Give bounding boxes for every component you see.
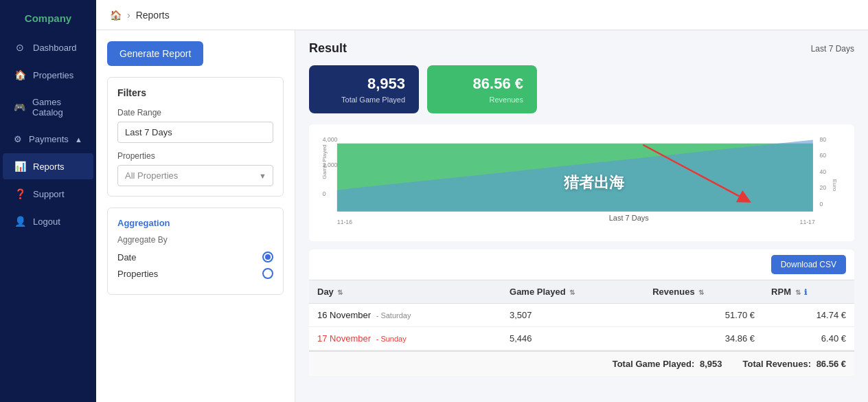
logout-icon: 👤: [14, 216, 26, 227]
breadcrumb-home-icon[interactable]: 🏠: [110, 10, 122, 21]
breadcrumb-separator: ›: [127, 10, 130, 21]
dashboard-icon: ⊙: [14, 42, 26, 53]
svg-text:11-16: 11-16: [337, 219, 352, 225]
total-game-played-value: 8,953: [367, 75, 405, 93]
sidebar-item-logout[interactable]: 👤 Logout: [3, 208, 93, 234]
sort-revenues-icon[interactable]: ⇅: [698, 289, 704, 296]
table-toolbar: Download CSV: [309, 249, 854, 280]
row1-rpm: 14.74 €: [763, 304, 854, 327]
sidebar-item-games-catalog[interactable]: 🎮 Games Catalog: [3, 89, 93, 125]
row1-game-played: 3,507: [501, 304, 644, 327]
revenues-label: Revenues: [489, 96, 523, 104]
properties-select[interactable]: All Properties: [117, 165, 273, 186]
sidebar-item-reports[interactable]: 📊 Reports: [3, 153, 93, 179]
sidebar-item-payments[interactable]: ⚙ Payments ▲: [3, 126, 93, 152]
revenues-card: 86.56 € Revenues: [427, 65, 537, 113]
games-icon: 🎮: [14, 102, 25, 113]
svg-text:0: 0: [323, 190, 326, 197]
result-header: Result Last 7 Days: [309, 41, 854, 56]
table-row: 17 November - Sunday 5,446 34.86 € 6.40 …: [309, 327, 854, 350]
totals-revenues-value: 86.56 €: [816, 359, 846, 369]
row2-game-played: 5,446: [501, 327, 644, 350]
col-game-played: Game Played ⇅: [501, 280, 644, 304]
chart-container: 4,000 2,000 0 80 60 40 20 0 11-16 11-17: [309, 124, 854, 241]
totals-row: Total Game Played: 8,953 Total Revenues:…: [309, 350, 854, 376]
properties-label: Properties: [117, 151, 273, 161]
rpm-info-icon[interactable]: ℹ: [804, 288, 807, 296]
radio-properties-label: Properties: [117, 269, 158, 279]
payments-chevron-icon: ▲: [75, 135, 82, 144]
radio-date-button[interactable]: [262, 252, 273, 263]
totals-revenues-label: Total Revenues: 86.56 €: [743, 359, 846, 369]
properties-select-wrap: All Properties ▼: [117, 165, 273, 186]
breadcrumb-current: Reports: [136, 10, 170, 21]
svg-text:0: 0: [820, 201, 823, 208]
svg-text:Game Played: Game Played: [322, 144, 328, 179]
col-revenues: Revenues ⇅: [644, 280, 763, 304]
table-row: 16 November - Saturday 3,507 51.70 € 14.…: [309, 304, 854, 327]
svg-text:4,000: 4,000: [323, 135, 338, 142]
sidebar-label-games: Games Catalog: [32, 97, 82, 118]
aggregation-title: Aggregation: [117, 218, 273, 228]
row2-revenues: 34.86 €: [644, 327, 763, 350]
radio-properties-row: Properties: [117, 268, 273, 279]
support-icon: ❓: [14, 188, 26, 199]
generate-report-button[interactable]: Generate Report: [107, 41, 203, 66]
chart-svg: 4,000 2,000 0 80 60 40 20 0 11-16 11-17: [317, 133, 846, 233]
chart-last7-label: Last 7 Days: [609, 214, 649, 222]
svg-text:Euro: Euro: [832, 179, 838, 192]
col-day: Day ⇅: [309, 280, 501, 304]
row2-day: 17 November - Sunday: [309, 327, 501, 350]
aggregate-by-label: Aggregate By: [117, 235, 273, 245]
content-area: Generate Report Filters Date Range Prope…: [96, 30, 868, 402]
right-panel: Result Last 7 Days 8,953 Total Game Play…: [295, 30, 868, 402]
filters-section: Filters Date Range Properties All Proper…: [107, 77, 284, 197]
radio-date-label: Date: [117, 252, 136, 263]
download-csv-button[interactable]: Download CSV: [771, 255, 846, 274]
sidebar-item-dashboard[interactable]: ⊙ Dashboard: [3, 34, 93, 60]
total-game-played-card: 8,953 Total Game Played: [309, 65, 419, 113]
total-game-played-label: Total Game Played: [341, 96, 405, 104]
last-7-days-badge: Last 7 Days: [811, 44, 854, 54]
sidebar-label-reports: Reports: [33, 161, 65, 172]
svg-text:20: 20: [820, 184, 827, 191]
sidebar: Company ⊙ Dashboard 🏠 Properties 🎮 Games…: [0, 0, 96, 402]
sidebar-item-support[interactable]: ❓ Support: [3, 181, 93, 207]
stat-cards: 8,953 Total Game Played 86.56 € Revenues: [309, 65, 854, 113]
sidebar-item-properties[interactable]: 🏠 Properties: [3, 62, 93, 88]
main-area: 🏠 › Reports Generate Report Filters Date…: [96, 0, 868, 402]
top-bar: 🏠 › Reports: [96, 0, 868, 30]
reports-icon: 📊: [14, 161, 26, 172]
svg-text:80: 80: [820, 135, 827, 142]
aggregation-section: Aggregation Aggregate By Date Properties: [107, 208, 284, 295]
sidebar-label-payments: Payments: [29, 134, 69, 144]
revenues-value: 86.56 €: [473, 75, 523, 93]
properties-icon: 🏠: [14, 69, 26, 80]
row1-revenues: 51.70 €: [644, 304, 763, 327]
data-table: Day ⇅ Game Played ⇅ Revenues ⇅: [309, 280, 854, 350]
svg-text:11-17: 11-17: [800, 219, 815, 225]
radio-properties-button[interactable]: [262, 268, 273, 279]
left-panel: Generate Report Filters Date Range Prope…: [96, 30, 295, 402]
sort-game-played-icon[interactable]: ⇅: [569, 289, 575, 296]
totals-game-played-label: Total Game Played: 8,953: [613, 359, 722, 369]
filters-title: Filters: [117, 87, 273, 98]
svg-text:60: 60: [820, 152, 827, 159]
payments-icon: ⚙: [14, 134, 22, 144]
date-range-input[interactable]: [117, 122, 273, 143]
table-section: Download CSV Day ⇅ Game Played ⇅: [309, 249, 854, 376]
radio-date-row: Date: [117, 252, 273, 263]
sidebar-label-properties: Properties: [33, 70, 73, 80]
sidebar-label-dashboard: Dashboard: [33, 43, 77, 53]
sidebar-label-logout: Logout: [33, 216, 60, 227]
result-title: Result: [309, 41, 347, 56]
company-logo: Company: [0, 0, 96, 34]
sort-day-icon[interactable]: ⇅: [337, 289, 343, 296]
table-header-row: Day ⇅ Game Played ⇅ Revenues ⇅: [309, 280, 854, 304]
svg-text:40: 40: [820, 168, 827, 175]
sort-rpm-icon[interactable]: ⇅: [795, 289, 801, 296]
col-rpm: RPM ⇅ ℹ: [763, 280, 854, 304]
row1-day: 16 November - Saturday: [309, 304, 501, 327]
date-range-label: Date Range: [117, 108, 273, 118]
row2-rpm: 6.40 €: [763, 327, 854, 350]
